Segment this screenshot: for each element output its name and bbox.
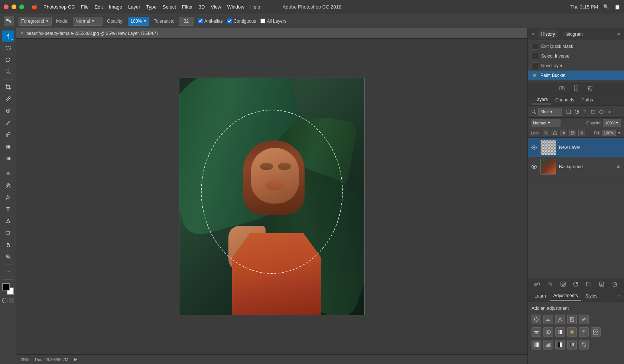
menu-window[interactable]: Window — [227, 4, 244, 10]
layer-visibility-background[interactable] — [531, 163, 537, 170]
history-delete-btn[interactable] — [586, 84, 594, 92]
layer-item-background[interactable]: Background — [528, 157, 624, 176]
history-item-new-layer[interactable]: New Layer — [528, 61, 624, 71]
mode-dropdown[interactable]: Normal ▼ — [73, 17, 103, 26]
history-new-state-btn[interactable] — [572, 84, 580, 92]
paint-bucket-tool-btn[interactable] — [2, 180, 14, 191]
type-filter-icon[interactable]: T — [582, 108, 588, 115]
history-panel-menu[interactable]: ≡ — [617, 31, 620, 37]
healing-tool-btn[interactable] — [2, 105, 14, 116]
adjustment-filter-icon[interactable] — [573, 108, 580, 115]
delete-layer-btn[interactable] — [611, 280, 619, 288]
layer-visibility-new-layer[interactable] — [531, 144, 537, 151]
eyedropper-tool-btn[interactable] — [2, 93, 14, 104]
hand-tool-btn[interactable] — [2, 239, 14, 250]
learn-tab[interactable]: Learn — [532, 292, 549, 300]
pen-tool-btn[interactable] — [2, 192, 14, 203]
menu-type[interactable]: Type — [146, 4, 157, 10]
colorlookup-adj-icon[interactable] — [591, 327, 601, 337]
type-tool-btn[interactable]: T — [2, 204, 14, 215]
vibrance-adj-icon[interactable] — [579, 315, 589, 324]
lock-all-icon[interactable] — [578, 130, 585, 136]
contiguous-checkbox[interactable] — [227, 19, 232, 23]
close-button[interactable] — [4, 4, 9, 9]
add-fx-btn[interactable]: fx — [546, 280, 554, 288]
curves-adj-icon[interactable] — [555, 315, 565, 324]
more-tools-btn[interactable]: ··· — [2, 266, 14, 277]
adjustments-menu[interactable]: ≡ — [617, 293, 620, 299]
opacity-row-value[interactable]: 100% ▼ — [603, 119, 621, 127]
layers-panel-menu[interactable]: ≡ — [617, 97, 620, 103]
quick-select-tool-btn[interactable] — [2, 66, 14, 77]
menu-help[interactable]: Help — [250, 4, 260, 10]
lock-pixels-icon[interactable] — [552, 130, 558, 136]
shape-filter-icon[interactable] — [590, 108, 597, 115]
add-group-btn[interactable] — [585, 280, 593, 288]
foreground-dropdown[interactable]: Foreground ▼ — [19, 17, 52, 26]
selected-filter-icon[interactable]: ● — [606, 108, 613, 115]
history-panel-close[interactable]: ✕ — [532, 32, 535, 37]
antialias-checkbox[interactable] — [198, 19, 203, 23]
menu-filter[interactable]: Filter — [182, 4, 193, 10]
pixel-filter-icon[interactable] — [565, 108, 572, 115]
menu-layer[interactable]: Layer — [128, 4, 140, 10]
path-selection-tool-btn[interactable] — [2, 215, 14, 227]
lock-artboard-icon[interactable] — [569, 130, 576, 136]
shape-tool-btn[interactable] — [2, 227, 14, 238]
menu-select[interactable]: Select — [163, 4, 176, 10]
history-tab[interactable]: History — [538, 30, 558, 38]
search-icon[interactable]: 🔍 — [603, 4, 609, 10]
canvas-container[interactable] — [179, 78, 365, 315]
history-item-paint-bucket[interactable]: 🪣 Paint Bucket — [528, 71, 624, 80]
menu-edit[interactable]: Edit — [95, 4, 103, 10]
photofilter-adj-icon[interactable] — [567, 327, 577, 337]
lock-position-icon[interactable] — [560, 130, 567, 136]
colorbalance-adj-icon[interactable] — [543, 327, 553, 337]
adjustments-tab[interactable]: Adjustments — [550, 292, 581, 300]
gradient-map-adj-icon[interactable] — [567, 340, 577, 350]
levels-adj-icon[interactable] — [543, 315, 553, 324]
zoom-tool-btn[interactable] — [2, 251, 14, 262]
eraser-tool-btn[interactable] — [2, 141, 14, 152]
clone-tool-btn[interactable] — [2, 129, 14, 140]
menu-image[interactable]: Image — [109, 4, 122, 10]
menu-3d[interactable]: 3D — [199, 4, 205, 10]
minimize-button[interactable] — [12, 4, 16, 9]
tolerance-input[interactable] — [179, 17, 194, 26]
status-arrow[interactable]: ▶ — [74, 357, 77, 362]
opacity-value[interactable]: 100% ▼ — [128, 17, 149, 26]
history-snapshot-btn[interactable] — [558, 84, 566, 92]
layer-item-new-layer[interactable]: New Layer — [528, 138, 624, 157]
quick-mask-btn[interactable] — [2, 298, 7, 303]
histogram-tab[interactable]: Histogram — [559, 30, 586, 38]
brush-tool-btn[interactable] — [2, 117, 14, 128]
blur-tool-btn[interactable] — [2, 168, 14, 179]
apple-menu[interactable]: 🍎 — [32, 4, 38, 10]
brightness-contrast-adj-icon[interactable] — [532, 315, 541, 324]
blend-mode-dropdown[interactable]: Normal ▼ — [531, 119, 560, 127]
app-name[interactable]: Photoshop CC — [43, 4, 75, 10]
invert-adj-icon[interactable] — [532, 340, 541, 350]
layers-kind-dropdown[interactable]: Kind ▼ — [538, 108, 562, 116]
crop-tool-btn[interactable] — [2, 81, 14, 92]
maximize-button[interactable] — [19, 4, 24, 9]
move-tool-btn[interactable]: ▶ — [2, 30, 14, 42]
paths-tab[interactable]: Paths — [579, 96, 596, 104]
all-layers-checkbox[interactable] — [260, 19, 265, 23]
threshold-adj-icon[interactable] — [555, 340, 565, 350]
posterize-adj-icon[interactable] — [543, 340, 553, 350]
smart-filter-icon[interactable] — [598, 108, 605, 115]
fill-value[interactable]: 100% — [602, 130, 616, 136]
canvas-viewport[interactable] — [16, 39, 527, 354]
channels-tab[interactable]: Channels — [552, 96, 577, 104]
lock-transparent-icon[interactable] — [543, 130, 549, 136]
history-item-exit-quickmask[interactable]: Exit Quick Mask — [528, 42, 624, 51]
huesat-adj-icon[interactable] — [532, 327, 541, 337]
marquee-tool-btn[interactable] — [2, 42, 14, 53]
styles-tab[interactable]: Styles — [582, 292, 601, 300]
selectivecolor-adj-icon[interactable] — [579, 340, 589, 350]
add-adjustment-btn[interactable] — [572, 280, 580, 288]
lasso-tool-btn[interactable] — [2, 54, 14, 65]
channelmixer-adj-icon[interactable] — [579, 327, 589, 337]
screen-mode-btn[interactable] — [9, 298, 14, 303]
